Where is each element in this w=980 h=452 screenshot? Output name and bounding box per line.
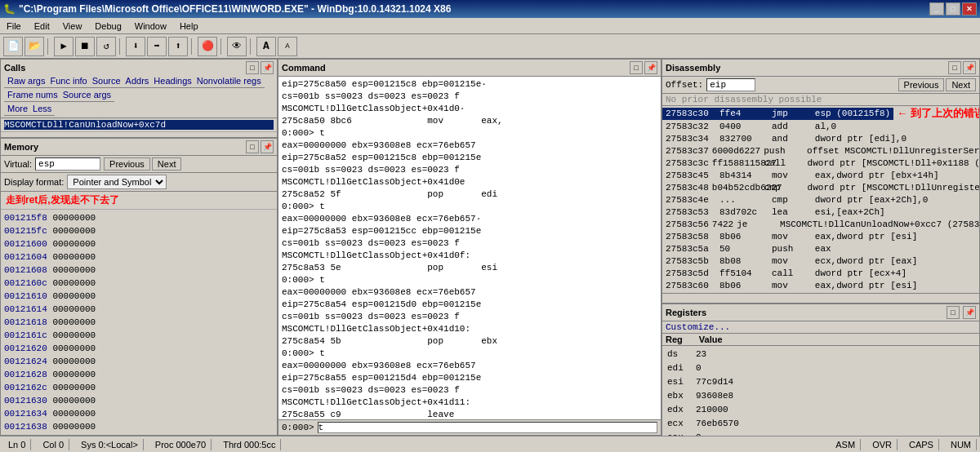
cmd-prompt: 0:000>: [282, 423, 314, 432]
menu-window[interactable]: Window: [131, 20, 170, 33]
table-row[interactable]: 27583c53 83d702c lea esi,[eax+2Ch]: [662, 206, 979, 219]
list-item: ecx 76eb6570: [667, 417, 974, 431]
maximize-button[interactable]: □: [946, 2, 960, 16]
list-item: 00121608 00000000: [4, 264, 274, 277]
tb-font-a[interactable]: A: [256, 37, 276, 56]
list-item: edi 0: [667, 361, 974, 375]
list-item: ds 23: [667, 348, 974, 361]
tb-stepout[interactable]: ⬆: [168, 37, 188, 56]
disasm-pin-btn[interactable]: 📌: [963, 61, 976, 74]
memory-expand-btn[interactable]: □: [246, 140, 259, 153]
tb-restart[interactable]: ↺: [96, 37, 116, 56]
cmd-input[interactable]: [318, 422, 657, 433]
table-row[interactable]: 27583c60 8b06 mov eax,dword ptr [esi]: [662, 280, 979, 292]
calls-content: MSCOMCTLDll!CanUnloadNow+0xc7d: [1, 118, 277, 131]
toolbar: 📄 📂 ▶ ⏹ ↺ ⬇ ➡ ⬆ 🔴 👁 A A: [0, 34, 980, 59]
tb-watch[interactable]: 👁: [227, 37, 247, 56]
virtual-input[interactable]: [35, 157, 100, 171]
tb-open[interactable]: 📂: [24, 37, 44, 56]
minimize-button[interactable]: _: [929, 2, 944, 16]
close-button[interactable]: ✕: [962, 2, 977, 16]
table-row[interactable]: 27583c4e ... cmp dword ptr [eax+2Ch],0: [662, 194, 979, 206]
table-row[interactable]: 27583c37 6000d6227 push offset MSCOMCTL!…: [662, 145, 979, 157]
disasm-label: Disassembly: [666, 63, 720, 73]
menu-debug[interactable]: Debug: [91, 20, 124, 33]
tb-new[interactable]: 📄: [3, 37, 23, 56]
tb-stepinto[interactable]: ⬇: [126, 37, 145, 56]
virtual-label: Virtual:: [4, 159, 32, 169]
list-item: 001215f8 00000000: [4, 211, 274, 224]
table-row[interactable]: 27583c30 ffe4 jmp esp (001215f8): [662, 108, 893, 120]
menu-help[interactable]: Help: [176, 20, 202, 33]
memory-label: Memory: [4, 142, 38, 152]
status-bar: Ln 0 Col 0 Sys 0:<Local> Proc 000e70 Thr…: [0, 436, 980, 452]
calls-pin-btn[interactable]: 📌: [261, 61, 274, 74]
table-row[interactable]: 27583c58 8b06 mov eax,dword ptr [esi]: [662, 231, 979, 243]
tb-font-aa[interactable]: A: [278, 37, 297, 56]
calls-source[interactable]: Source: [92, 76, 121, 86]
table-row[interactable]: 27583c32 0400 add al,0: [662, 121, 979, 133]
table-row[interactable]: 27583c5b 8b08 mov ecx,dword ptr [eax]: [662, 255, 979, 268]
regs-expand-btn[interactable]: □: [947, 306, 960, 319]
table-row[interactable]: 27583c34 832700 and dword ptr [edi],0: [662, 133, 979, 145]
table-row[interactable]: 27583c3c ff1588115827 call dword ptr [MS…: [662, 157, 979, 170]
disasm-prev-btn[interactable]: Previous: [898, 78, 945, 91]
table-row[interactable]: 27583c45 8b4314 mov eax,dword ptr [ebx+1…: [662, 170, 979, 182]
list-item: 00121638 00000000: [4, 420, 274, 433]
tb-breakpoint[interactable]: 🔴: [198, 37, 217, 56]
disasm-next-btn[interactable]: Next: [946, 78, 976, 91]
disasm-offset-input[interactable]: [706, 78, 755, 91]
tb-stop[interactable]: ⏹: [75, 37, 95, 56]
list-item: 00121624 00000000: [4, 355, 274, 368]
list-item: 001215fc 00000000: [4, 224, 274, 237]
memory-next-btn[interactable]: Next: [152, 157, 182, 171]
tb-run[interactable]: ▶: [54, 37, 74, 56]
disasm-scrollbar[interactable]: [662, 293, 979, 303]
memory-annotation: 走到ret后,发现走不下去了: [6, 194, 119, 206]
disassembly-panel: Disassembly □ 📌 Offset: Previous Next No…: [662, 59, 980, 304]
disasm-expand-btn[interactable]: □: [948, 61, 961, 74]
calls-nonvolatile[interactable]: Nonvolatile regs: [197, 76, 261, 86]
calls-funcinfo[interactable]: Func info: [50, 76, 87, 86]
calls-framenums[interactable]: Frame nums: [7, 90, 58, 100]
list-item: 00121620 00000000: [4, 342, 274, 355]
menu-view[interactable]: View: [60, 20, 86, 33]
memory-prev-btn[interactable]: Previous: [104, 157, 150, 171]
calls-selected-item[interactable]: MSCOMCTLDll!CanUnloadNow+0xc7d: [4, 120, 274, 130]
display-format-select[interactable]: Pointer and Symbol Byte Word DWORD: [67, 175, 167, 189]
calls-expand-btn[interactable]: □: [246, 61, 259, 74]
calls-sourceargs[interactable]: Source args: [63, 90, 111, 100]
regs-pin-btn[interactable]: 📌: [963, 306, 976, 319]
table-row[interactable]: 27583c48 b04b52cdb6227 cmp dword ptr [MS…: [662, 182, 979, 194]
calls-more[interactable]: More: [7, 104, 28, 113]
list-item: 00121630 00000000: [4, 394, 274, 407]
command-content[interactable]: eip=275c8a50 esp=001215c8 ebp=001215e· c…: [278, 77, 661, 419]
menu-file[interactable]: File: [3, 20, 24, 33]
list-item: 0012160c 00000000: [4, 277, 274, 290]
menu-edit[interactable]: Edit: [31, 20, 53, 33]
memory-panel: Memory □ 📌 Virtual: Previous Next Displa…: [0, 138, 278, 436]
table-row[interactable]: 27583c56 7422 je MSCOMCTL!DllCanUnloadNo…: [662, 219, 979, 231]
list-item: edx 210000: [667, 403, 974, 417]
list-item: 00121618 00000000: [4, 316, 274, 329]
menu-bar: File Edit View Debug Window Help: [0, 18, 980, 34]
calls-headings[interactable]: Headings: [154, 76, 191, 86]
reg-col-value: Value: [699, 335, 723, 344]
list-item: 0012161c 00000000: [4, 329, 274, 342]
table-row[interactable]: 27583c5a 50 push eax: [662, 243, 979, 255]
calls-addrs[interactable]: Addrs: [126, 76, 149, 86]
table-row[interactable]: 27583c5d ff5104 call dword ptr [ecx+4]: [662, 268, 979, 280]
memory-pin-btn[interactable]: 📌: [261, 140, 274, 153]
customize-link[interactable]: Customize...: [666, 322, 730, 332]
command-pin-btn[interactable]: 📌: [644, 61, 657, 74]
display-format-label: Display format:: [4, 177, 64, 187]
offset-label: Offset:: [666, 80, 703, 90]
title-bar: 🐛 "C:\Program Files\Microsoft Office\OFF…: [0, 0, 980, 18]
calls-rawargs[interactable]: Raw args: [7, 76, 45, 86]
disasm-rows: 27583c30 ffe4 jmp esp (001215f8) ← 到了上次的…: [662, 106, 979, 293]
calls-less[interactable]: Less: [33, 104, 51, 113]
command-expand-btn[interactable]: □: [630, 61, 643, 74]
list-item: 0012162c 00000000: [4, 381, 274, 394]
tb-stepover[interactable]: ➡: [147, 37, 167, 56]
calls-panel: Calls □ 📌 Raw args Func info Source Addr…: [0, 59, 278, 138]
